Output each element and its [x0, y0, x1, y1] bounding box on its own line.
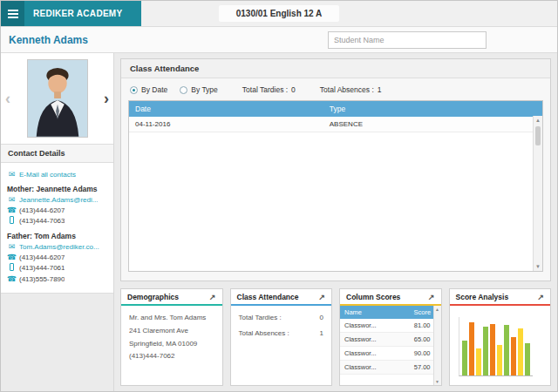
score-name: Classwor... [340, 361, 410, 374]
brand: REDIKER ACADEMY [24, 1, 141, 26]
score-row[interactable]: Classwor... 81.00 [340, 319, 441, 333]
chart-bar [511, 337, 516, 375]
chart-bar [518, 328, 523, 375]
rediker-app-window: REDIKER ACADEMY 0130/01 English 12 A Ken… [0, 0, 558, 392]
mother-email: Jeannette.Adams@redi... [19, 196, 98, 204]
demographics-line: Mr. and Mrs. Tom Adams [129, 312, 214, 325]
radio-selected-icon [130, 86, 138, 94]
father-mobile: (413)444-7061 [19, 264, 65, 272]
envelope-icon: ✉ [7, 170, 17, 179]
envelope-icon: ✉ [7, 242, 17, 251]
score-row[interactable]: Classwor... 65.00 [340, 333, 441, 347]
brand-label: REDIKER ACADEMY [33, 9, 122, 18]
student-search-input[interactable] [328, 31, 487, 49]
chart-bar [483, 327, 488, 375]
email-all-label: E-Mail all contacts [19, 171, 76, 179]
class-attendance-card-header: Class Attendance ↗ [231, 289, 332, 306]
tardies-label: Total Tardies : [239, 314, 282, 321]
hamburger-icon [8, 10, 18, 11]
total-absences-value: 1 [378, 85, 382, 94]
father-label: Father: Tom Adams [7, 232, 107, 240]
phone-icon: ☎ [7, 274, 17, 283]
mobile-icon [7, 263, 17, 273]
scroll-down-icon[interactable]: ▼ [435, 379, 439, 384]
prev-student-chevron-icon[interactable]: ‹ [3, 91, 12, 106]
column-scores-card-header: Column Scores ↗ [340, 289, 441, 306]
menu-button[interactable] [1, 1, 24, 26]
score-name: Classwor... [340, 333, 410, 346]
scroll-down-icon[interactable]: ▼ [535, 264, 541, 269]
contact-details-title: Contact Details [1, 144, 113, 163]
expand-icon[interactable]: ↗ [537, 294, 544, 301]
scores-column-name: Name [340, 306, 410, 319]
column-scores-card: Column Scores ↗ Name Score Classwor... 8… [339, 288, 442, 386]
by-date-radio[interactable]: By Date [130, 85, 167, 94]
phone-icon: ☎ [7, 253, 17, 261]
expand-icon[interactable]: ↗ [318, 294, 325, 301]
total-absences: Total Absences : 1 [320, 85, 382, 94]
sidebar-filler [1, 294, 113, 391]
chart-bar [490, 324, 495, 375]
by-type-radio[interactable]: By Type [180, 85, 218, 94]
student-toolbar: Kenneth Adams [1, 27, 557, 53]
attendance-controls: By Date By Type Total Tardies : 0 Total … [121, 78, 550, 98]
score-row[interactable]: Classwor... 90.00 [340, 347, 441, 361]
score-analysis-chart [459, 317, 533, 376]
attendance-table: Date Type 04-11-2016 ABSENCE ▲ ▼ [128, 100, 543, 272]
table-row[interactable]: 04-11-2016 ABSENCE [129, 117, 542, 132]
absences-row: Total Absences : 1 [239, 329, 324, 337]
demographics-card-title: Demographics [127, 293, 179, 301]
student-sidebar: ‹ › Contact Details [1, 53, 114, 391]
father-email: Tom.Adams@rediker.co... [19, 243, 99, 251]
class-attendance-card-body: Total Tardies : 0 Total Absences : 1 [231, 306, 332, 345]
scroll-up-icon[interactable]: ▲ [435, 307, 439, 312]
table-scrollbar[interactable]: ▲ ▼ [533, 116, 542, 271]
score-analysis-card-header: Score Analysis ↗ [450, 289, 551, 306]
expand-icon[interactable]: ↗ [428, 294, 435, 301]
total-tardies-label: Total Tardies : [242, 85, 288, 94]
phone-icon: ☎ [7, 206, 17, 214]
expand-icon[interactable]: ↗ [209, 294, 216, 301]
mobile-icon [7, 216, 17, 226]
mother-mobile-row: (413)444-7063 [7, 216, 107, 226]
father-phone-2: (413)555-7890 [19, 275, 65, 283]
demographics-card-body: Mr. and Mrs. Tom Adams 241 Claremont Ave… [121, 306, 222, 369]
email-all-contacts-link[interactable]: ✉ E-Mail all contacts [7, 170, 107, 179]
score-row[interactable]: Classwor... 57.00 [340, 361, 441, 375]
widget-cards-row: Demographics ↗ Mr. and Mrs. Tom Adams 24… [120, 288, 551, 386]
demographics-line: Springfield, MA 01009 [129, 338, 214, 351]
class-attendance-card: Class Attendance ↗ Total Tardies : 0 Tot… [230, 288, 333, 386]
score-analysis-card-title: Score Analysis [456, 293, 509, 301]
score-name: Classwor... [340, 347, 410, 360]
mother-label: Mother: Jeannette Adams [7, 185, 107, 193]
mother-email-link[interactable]: ✉ Jeannette.Adams@redi... [7, 195, 107, 204]
cell-date: 04-11-2016 [129, 117, 323, 132]
chart-bar [504, 325, 509, 375]
score-analysis-chart-area [450, 306, 551, 385]
attendance-table-header: Date Type [129, 101, 542, 117]
total-tardies: Total Tardies : 0 [242, 85, 296, 94]
father-email-link[interactable]: ✉ Tom.Adams@rediker.co... [7, 242, 107, 251]
radio-unselected-icon [180, 86, 187, 94]
content: ‹ › Contact Details [1, 53, 557, 391]
chart-bar [462, 341, 467, 375]
chart-bar [476, 348, 481, 375]
cell-type: ABSENCE [323, 117, 542, 132]
scroll-up-icon[interactable]: ▲ [535, 118, 541, 123]
total-tardies-value: 0 [291, 85, 296, 94]
scrollbar-thumb[interactable] [535, 126, 541, 145]
tardies-value: 0 [320, 314, 323, 321]
absences-label: Total Absences : [239, 329, 289, 337]
father-phone-1: (413)444-6207 [19, 253, 65, 261]
next-student-chevron-icon[interactable]: › [102, 91, 111, 106]
father-phone-row-1: ☎ (413)444-6207 [7, 253, 107, 261]
demographics-line: (413)444-7062 [129, 350, 214, 363]
chart-bar [525, 343, 530, 375]
demographics-card: Demographics ↗ Mr. and Mrs. Tom Adams 24… [120, 288, 223, 386]
student-photo-image [28, 60, 87, 137]
tardies-row: Total Tardies : 0 [239, 314, 324, 321]
column-scores-card-title: Column Scores [346, 293, 400, 301]
student-name: Kenneth Adams [9, 34, 88, 46]
absences-value: 1 [320, 329, 323, 337]
scores-scrollbar[interactable]: ▲ ▼ [433, 306, 441, 385]
